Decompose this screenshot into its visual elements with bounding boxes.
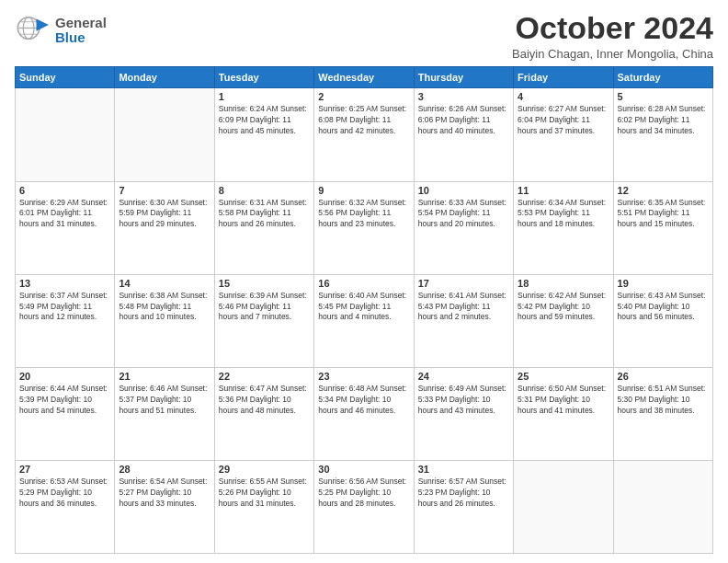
day-number: 7 [119,185,210,196]
day-number: 23 [318,371,409,382]
day-info: Sunrise: 6:39 AM Sunset: 5:46 PM Dayligh… [219,291,310,324]
day-info: Sunrise: 6:50 AM Sunset: 5:31 PM Dayligh… [518,384,609,417]
calendar-cell: 30Sunrise: 6:56 AM Sunset: 5:25 PM Dayli… [314,460,414,553]
day-number: 11 [518,185,609,196]
day-number: 21 [119,371,210,382]
calendar-cell: 28Sunrise: 6:54 AM Sunset: 5:27 PM Dayli… [115,460,214,553]
calendar-week-4: 20Sunrise: 6:44 AM Sunset: 5:39 PM Dayli… [16,367,713,460]
calendar-cell: 20Sunrise: 6:44 AM Sunset: 5:39 PM Dayli… [16,367,115,460]
calendar-body: 1Sunrise: 6:24 AM Sunset: 6:09 PM Daylig… [16,88,713,554]
day-info: Sunrise: 6:26 AM Sunset: 6:06 PM Dayligh… [418,104,509,137]
logo-label: General Blue [55,16,107,46]
day-number: 26 [618,371,709,382]
day-info: Sunrise: 6:25 AM Sunset: 6:08 PM Dayligh… [318,104,409,137]
month-title: October 2024 [512,11,713,45]
day-number: 24 [418,371,509,382]
calendar-cell: 26Sunrise: 6:51 AM Sunset: 5:30 PM Dayli… [613,367,712,460]
calendar-cell [115,88,214,181]
calendar-cell: 31Sunrise: 6:57 AM Sunset: 5:23 PM Dayli… [414,460,513,553]
calendar-cell: 18Sunrise: 6:42 AM Sunset: 5:42 PM Dayli… [514,274,613,367]
svg-marker-5 [37,18,49,30]
calendar-cell: 21Sunrise: 6:46 AM Sunset: 5:37 PM Dayli… [115,367,214,460]
day-info: Sunrise: 6:49 AM Sunset: 5:33 PM Dayligh… [418,384,509,417]
calendar-cell [514,460,613,553]
day-info: Sunrise: 6:41 AM Sunset: 5:43 PM Dayligh… [418,291,509,324]
day-number: 8 [219,185,310,196]
day-number: 12 [618,185,709,196]
calendar-week-2: 6Sunrise: 6:29 AM Sunset: 6:01 PM Daylig… [16,181,713,274]
location: Baiyin Chagan, Inner Mongolia, China [512,47,713,61]
day-info: Sunrise: 6:27 AM Sunset: 6:04 PM Dayligh… [518,104,609,137]
calendar-cell: 13Sunrise: 6:37 AM Sunset: 5:49 PM Dayli… [16,274,115,367]
day-info: Sunrise: 6:56 AM Sunset: 5:25 PM Dayligh… [318,477,409,510]
day-info: Sunrise: 6:37 AM Sunset: 5:49 PM Dayligh… [19,291,110,324]
calendar-cell: 12Sunrise: 6:35 AM Sunset: 5:51 PM Dayli… [613,181,712,274]
calendar-cell: 19Sunrise: 6:43 AM Sunset: 5:40 PM Dayli… [613,274,712,367]
day-info: Sunrise: 6:38 AM Sunset: 5:48 PM Dayligh… [119,291,210,324]
day-info: Sunrise: 6:55 AM Sunset: 5:26 PM Dayligh… [219,477,310,510]
day-number: 19 [618,278,709,289]
calendar-cell: 14Sunrise: 6:38 AM Sunset: 5:48 PM Dayli… [115,274,214,367]
day-info: Sunrise: 6:33 AM Sunset: 5:54 PM Dayligh… [418,198,509,231]
header: General Blue October 2024 Baiyin Chagan,… [15,11,713,61]
day-info: Sunrise: 6:32 AM Sunset: 5:56 PM Dayligh… [318,198,409,231]
day-info: Sunrise: 6:24 AM Sunset: 6:09 PM Dayligh… [219,104,310,137]
day-number: 3 [418,91,509,102]
calendar-cell: 11Sunrise: 6:34 AM Sunset: 5:53 PM Dayli… [514,181,613,274]
logo: General Blue [15,11,107,50]
logo-general-text: General [55,16,107,31]
day-number: 6 [19,185,110,196]
day-info: Sunrise: 6:54 AM Sunset: 5:27 PM Dayligh… [119,477,210,510]
logo-blue-text: Blue [55,30,107,46]
day-info: Sunrise: 6:43 AM Sunset: 5:40 PM Dayligh… [618,291,709,324]
calendar-cell: 17Sunrise: 6:41 AM Sunset: 5:43 PM Dayli… [414,274,513,367]
day-number: 5 [618,91,709,102]
calendar-header-row: Sunday Monday Tuesday Wednesday Thursday… [16,67,713,88]
calendar-cell: 10Sunrise: 6:33 AM Sunset: 5:54 PM Dayli… [414,181,513,274]
day-info: Sunrise: 6:34 AM Sunset: 5:53 PM Dayligh… [518,198,609,231]
calendar-cell: 27Sunrise: 6:53 AM Sunset: 5:29 PM Dayli… [16,460,115,553]
day-number: 2 [318,91,409,102]
calendar-cell: 3Sunrise: 6:26 AM Sunset: 6:06 PM Daylig… [414,88,513,181]
day-number: 30 [318,464,409,475]
calendar-cell: 1Sunrise: 6:24 AM Sunset: 6:09 PM Daylig… [214,88,313,181]
day-number: 18 [518,278,609,289]
calendar-cell: 5Sunrise: 6:28 AM Sunset: 6:02 PM Daylig… [613,88,712,181]
day-number: 17 [418,278,509,289]
day-info: Sunrise: 6:42 AM Sunset: 5:42 PM Dayligh… [518,291,609,324]
col-saturday: Saturday [613,67,712,88]
col-sunday: Sunday [16,67,115,88]
day-info: Sunrise: 6:53 AM Sunset: 5:29 PM Dayligh… [19,477,110,510]
day-number: 4 [518,91,609,102]
day-number: 10 [418,185,509,196]
day-number: 14 [119,278,210,289]
day-number: 27 [19,464,110,475]
col-tuesday: Tuesday [214,67,313,88]
logo-icon [15,11,53,50]
page: General Blue October 2024 Baiyin Chagan,… [0,0,728,563]
col-monday: Monday [115,67,214,88]
day-info: Sunrise: 6:31 AM Sunset: 5:58 PM Dayligh… [219,198,310,231]
day-info: Sunrise: 6:46 AM Sunset: 5:37 PM Dayligh… [119,384,210,417]
day-info: Sunrise: 6:28 AM Sunset: 6:02 PM Dayligh… [618,104,709,137]
calendar-week-1: 1Sunrise: 6:24 AM Sunset: 6:09 PM Daylig… [16,88,713,181]
day-number: 31 [418,464,509,475]
day-info: Sunrise: 6:44 AM Sunset: 5:39 PM Dayligh… [19,384,110,417]
calendar-table: Sunday Monday Tuesday Wednesday Thursday… [15,66,713,554]
calendar-cell: 8Sunrise: 6:31 AM Sunset: 5:58 PM Daylig… [214,181,313,274]
day-number: 15 [219,278,310,289]
col-wednesday: Wednesday [314,67,414,88]
calendar-cell: 9Sunrise: 6:32 AM Sunset: 5:56 PM Daylig… [314,181,414,274]
calendar-cell: 4Sunrise: 6:27 AM Sunset: 6:04 PM Daylig… [514,88,613,181]
day-number: 25 [518,371,609,382]
day-info: Sunrise: 6:30 AM Sunset: 5:59 PM Dayligh… [119,198,210,231]
day-info: Sunrise: 6:40 AM Sunset: 5:45 PM Dayligh… [318,291,409,324]
calendar-cell [16,88,115,181]
calendar-cell: 25Sunrise: 6:50 AM Sunset: 5:31 PM Dayli… [514,367,613,460]
calendar-cell: 2Sunrise: 6:25 AM Sunset: 6:08 PM Daylig… [314,88,414,181]
day-info: Sunrise: 6:29 AM Sunset: 6:01 PM Dayligh… [19,198,110,231]
col-thursday: Thursday [414,67,513,88]
title-block: October 2024 Baiyin Chagan, Inner Mongol… [512,11,713,61]
calendar-cell: 29Sunrise: 6:55 AM Sunset: 5:26 PM Dayli… [214,460,313,553]
calendar-cell: 6Sunrise: 6:29 AM Sunset: 6:01 PM Daylig… [16,181,115,274]
